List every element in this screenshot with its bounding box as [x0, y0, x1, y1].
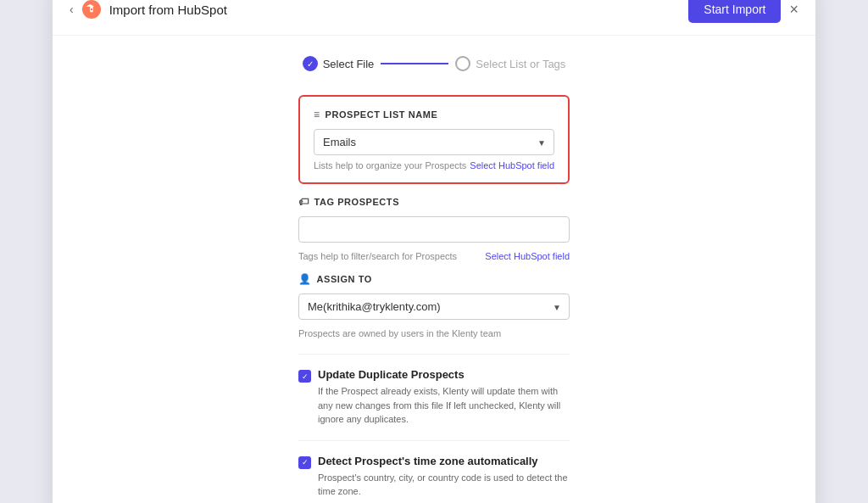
- tag-hint: Tags help to filter/search for Prospects: [298, 251, 457, 261]
- assign-section-header: 👤 ASSIGN TO: [298, 273, 570, 285]
- divider-1: [298, 354, 570, 355]
- timezone-title: Detect Prospect's time zone automaticall…: [318, 455, 570, 467]
- svg-point-2: [90, 8, 92, 11]
- timezone-label-group: Detect Prospect's time zone automaticall…: [318, 455, 570, 499]
- assign-select[interactable]: Me(krithika@tryklenty.com): [298, 293, 570, 320]
- prospect-list-section: ≡ PROSPECT LIST NAME Emails ▼ Lists help…: [298, 95, 570, 184]
- prospect-list-hint-row: Lists help to organize your Prospects Se…: [314, 160, 554, 170]
- tag-input[interactable]: [298, 216, 570, 243]
- prospect-list-select-wrapper: Emails ▼: [314, 129, 554, 155]
- step-2-label: Select List or Tags: [476, 58, 565, 70]
- duplicate-desc: If the Prospect already exists, Klenty w…: [318, 384, 570, 427]
- prospect-list-hint: Lists help to organize your Prospects: [314, 160, 466, 170]
- prospect-list-header: ≡ PROSPECT LIST NAME: [314, 109, 554, 120]
- form-container: ≡ PROSPECT LIST NAME Emails ▼ Lists help…: [298, 95, 570, 499]
- step-1-label: Select File: [323, 58, 375, 70]
- modal-title: Import from HubSpot: [109, 3, 227, 17]
- start-import-button[interactable]: Start Import: [688, 0, 781, 23]
- tag-section-outer: 🏷 TAG PROSPECTS Tags help to filter/sear…: [298, 184, 570, 261]
- modal-header: ‹ Import from HubSpot Start Import ×: [53, 0, 815, 36]
- timezone-desc: Prospect's country, city, or country cod…: [318, 471, 570, 499]
- modal-body: ✓ Select File Select List or Tags ≡ PROS…: [53, 36, 815, 503]
- step-1: ✓ Select File: [303, 56, 375, 71]
- prospect-list-label: PROSPECT LIST NAME: [326, 109, 438, 120]
- tag-hubspot-link[interactable]: Select HubSpot field: [485, 251, 570, 261]
- close-button[interactable]: ×: [789, 2, 798, 17]
- duplicate-title: Update Duplicate Prospects: [318, 368, 570, 381]
- assign-select-wrapper: Me(krithika@tryklenty.com) ▼: [298, 293, 570, 320]
- duplicate-row: ✓ Update Duplicate Prospects If the Pros…: [298, 368, 570, 427]
- tag-section-header: 🏷 TAG PROSPECTS: [298, 196, 570, 208]
- hubspot-icon: [82, 0, 101, 19]
- step-1-circle: ✓: [303, 56, 318, 71]
- timezone-check-icon: ✓: [302, 458, 309, 467]
- prospect-list-select[interactable]: Emails: [314, 129, 554, 155]
- step-connector: [381, 63, 448, 64]
- header-right: Start Import ×: [688, 0, 798, 23]
- stepper: ✓ Select File Select List or Tags: [303, 56, 566, 71]
- list-icon: ≡: [314, 109, 320, 120]
- duplicate-label-group: Update Duplicate Prospects If the Prospe…: [318, 368, 570, 427]
- prospect-list-hubspot-link[interactable]: Select HubSpot field: [470, 160, 554, 170]
- timezone-checkbox[interactable]: ✓: [298, 456, 311, 469]
- tag-section-label: TAG PROSPECTS: [314, 197, 399, 207]
- assign-section-outer: 👤 ASSIGN TO Me(krithika@tryklenty.com) ▼…: [298, 261, 570, 340]
- back-button[interactable]: ‹: [70, 3, 74, 16]
- step-2-circle: [455, 56, 470, 71]
- assign-hint: Prospects are owned by users in the Klen…: [298, 328, 501, 338]
- divider-2: [298, 440, 570, 441]
- person-icon: 👤: [298, 273, 312, 285]
- assign-section-label: ASSIGN TO: [317, 274, 372, 284]
- step-2: Select List or Tags: [455, 56, 565, 71]
- header-left: ‹ Import from HubSpot: [70, 0, 227, 19]
- duplicate-check-icon: ✓: [302, 372, 309, 381]
- tag-hint-row: Tags help to filter/search for Prospects…: [298, 251, 570, 261]
- modal-container: ‹ Import from HubSpot Start Import × ✓ S…: [53, 0, 815, 503]
- duplicate-checkbox[interactable]: ✓: [298, 370, 311, 383]
- timezone-row: ✓ Detect Prospect's time zone automatica…: [298, 455, 570, 499]
- tag-icon: 🏷: [298, 196, 309, 208]
